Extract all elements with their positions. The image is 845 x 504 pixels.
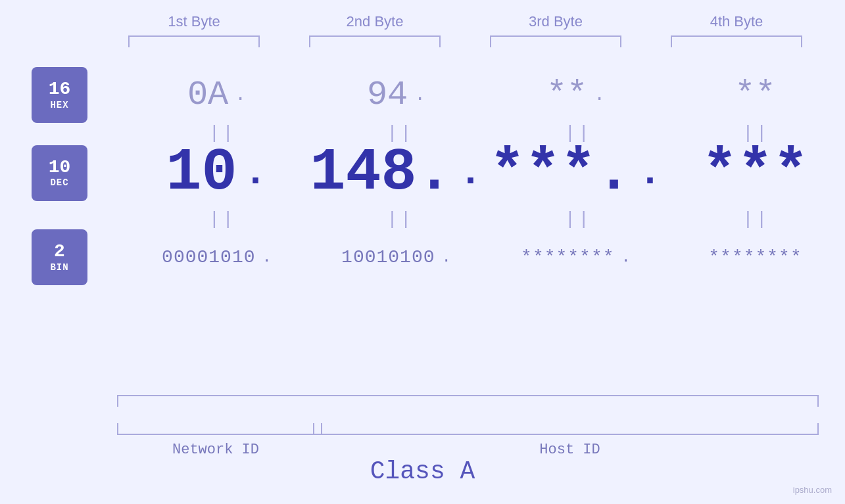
hex-badge: 16 HEX xyxy=(32,67,87,123)
byte-header-3: 3rd Byte xyxy=(480,13,631,30)
dec-row: 10 DEC 10 . 148. . ***. . *** xyxy=(0,143,845,202)
hex-row: 16 HEX 0A . 94 . ** . ** xyxy=(0,67,845,123)
bracket-1 xyxy=(128,35,260,47)
byte-header-1: 1st Byte xyxy=(118,13,270,30)
dec-cell-3: ***. . xyxy=(500,143,652,202)
dec-val-2: 148. xyxy=(310,143,452,202)
dec-cell-2: 148. . xyxy=(321,143,472,202)
hex-val-2: 94 xyxy=(367,76,408,114)
bin-badge: 2 BIN xyxy=(32,229,87,285)
bin-dot-2: . xyxy=(442,248,451,266)
eq2-4: || xyxy=(681,209,832,229)
outer-top-bracket xyxy=(117,395,819,407)
dec-val-1: 10 xyxy=(166,143,237,202)
byte-header-2: 2nd Byte xyxy=(299,13,450,30)
byte-headers-row: 1st Byte 2nd Byte 3rd Byte 4th Byte xyxy=(104,13,827,30)
hex-dot-1: . xyxy=(235,85,246,105)
byte-header-4: 4th Byte xyxy=(661,13,812,30)
bin-dot-1: . xyxy=(262,248,272,266)
dec-cell-1: 10 . xyxy=(141,143,293,202)
bin-badge-number: 2 xyxy=(54,242,65,262)
host-id-label: Host ID xyxy=(321,442,819,458)
main-container: 1st Byte 2nd Byte 3rd Byte 4th Byte 16 H… xyxy=(0,0,845,504)
bin-badge-label: BIN xyxy=(50,262,68,273)
bin-cell-4: ******** xyxy=(680,247,831,267)
hex-values: 0A . 94 . ** . ** xyxy=(87,76,845,114)
hex-val-1: 0A xyxy=(187,76,228,114)
hex-cell-1: 0A . xyxy=(141,76,293,114)
hex-val-3: ** xyxy=(546,76,587,114)
top-brackets-row xyxy=(104,35,827,47)
dec-dot-2: . xyxy=(459,150,483,195)
hex-cell-4: ** xyxy=(680,76,831,114)
bin-cell-3: ******** . xyxy=(500,247,652,267)
dec-val-4: *** xyxy=(702,143,808,202)
hex-val-4: ** xyxy=(735,76,775,114)
hex-cell-3: ** . xyxy=(500,76,652,114)
hex-dot-3: . xyxy=(594,85,605,105)
eq2-2: || xyxy=(325,209,476,229)
bin-cell-2: 10010100 . xyxy=(321,247,472,267)
bin-row: 2 BIN 00001010 . 10010100 . ******** . *… xyxy=(0,229,845,285)
bracket-3 xyxy=(490,35,621,47)
hex-cell-2: 94 . xyxy=(321,76,472,114)
bin-val-2: 10010100 xyxy=(341,247,435,267)
hex-dot-2: . xyxy=(414,85,425,105)
dec-values: 10 . 148. . ***. . *** xyxy=(87,143,845,202)
bin-dot-3: . xyxy=(621,248,631,266)
eq2-1: || xyxy=(147,209,298,229)
bin-val-3: ******** xyxy=(521,247,614,267)
network-id-label: Network ID xyxy=(117,442,314,458)
bin-val-1: 00001010 xyxy=(162,247,255,267)
dec-dot-3: . xyxy=(639,150,662,195)
class-a-label: Class A xyxy=(0,457,845,486)
bin-values: 00001010 . 10010100 . ******** . *******… xyxy=(87,247,845,267)
bracket-2 xyxy=(309,35,441,47)
hex-badge-label: HEX xyxy=(50,100,68,110)
bracket-4 xyxy=(671,35,802,47)
dec-badge: 10 DEC xyxy=(32,145,87,201)
dec-cell-4: *** xyxy=(680,143,831,202)
equals-row-2: || || || || xyxy=(0,209,845,229)
dec-dot-1: . xyxy=(244,150,268,195)
bracket-host xyxy=(321,423,819,435)
bracket-network xyxy=(117,423,314,435)
bin-cell-1: 00001010 . xyxy=(141,247,293,267)
dec-badge-number: 10 xyxy=(49,158,71,178)
bin-val-4: ******** xyxy=(708,247,802,267)
watermark: ipshu.com xyxy=(793,485,832,495)
equals-area-2: || || || || xyxy=(94,209,845,229)
dec-val-3: ***. xyxy=(489,143,631,202)
dec-badge-label: DEC xyxy=(50,177,68,188)
hex-badge-number: 16 xyxy=(49,80,71,100)
eq2-3: || xyxy=(502,209,654,229)
